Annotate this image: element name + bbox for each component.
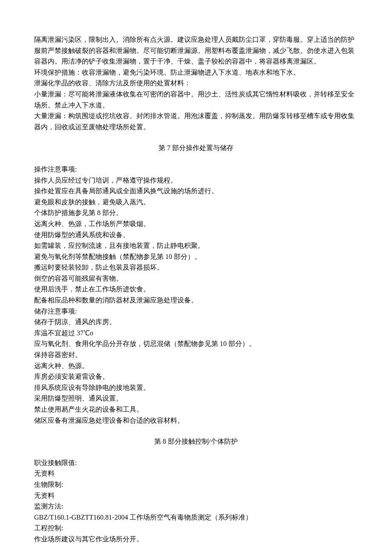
- s7-line: 保持容器密封。: [34, 349, 358, 360]
- s7-line: 排风系统应设有导除静电的接地装置。: [34, 382, 358, 393]
- intro-para-3: 泄漏化学品的收容、清除方法及所使用的处置材料：: [34, 78, 358, 89]
- section-7-title: 第 7 部分操作处置与储存: [34, 142, 358, 154]
- s7-line: 搬运时要轻装轻卸，防止包装及容器损坏。: [34, 262, 358, 273]
- s7-line: 操作人员应经过专门培训，严格遵守操作规程。: [34, 175, 358, 186]
- s7-line: 采用防爆型照明、通风设置。: [34, 393, 358, 404]
- s8-line: 职业接触限值:: [34, 457, 358, 468]
- s7-line: 库温不宜超过 37℃o: [34, 328, 358, 339]
- s7-line: 应与氧化剂、食用化学品分开存放，切忌混储（禁配物参见第 10 部分）。: [34, 338, 358, 349]
- s8-line: GBZ/T160.1-GBZTT160.81-2004 工作场所空气有毒物质测定…: [34, 512, 358, 523]
- s7-line: 配备相应品种和数量的消防器材及泄漏应急处理设备。: [34, 295, 358, 306]
- s8-line: 监测方法:: [34, 501, 358, 512]
- s8-line: 无资料: [34, 490, 358, 501]
- s7-line: 远离火种、热源。: [34, 360, 358, 372]
- s7-line: 库房必须安装避雷设备。: [34, 371, 358, 382]
- intro-para-5: 大量泄漏：构筑围堤或挖坑收容。封闭排水管道。用泡沫覆盖，抑制蒸发。用防爆泵转移至…: [34, 110, 358, 132]
- s7-line: 倒空的容器可能残留有害物。: [34, 273, 358, 284]
- s8-line: 生物限制:: [34, 479, 358, 490]
- s7-line: 如需罐装，应控制流速，且有接地装置，防止静电积聚。: [34, 240, 358, 251]
- s7-line: 储存注意事项:: [34, 306, 358, 317]
- s7-line: 避免眼和皮肤的接触，避免吸入蒸汽。: [34, 197, 358, 208]
- intro-para-2: 环境保护措施：收容泄漏物，避免污染环境。防止泄漏物进入下水道、地表水和地下水。: [34, 67, 358, 78]
- s7-line: 禁止使用易产生火花的设备和工具。: [34, 404, 358, 415]
- s8-line: 无资料: [34, 468, 358, 479]
- s7-line: 使用后洗手，禁止在工作场所进饮食。: [34, 284, 358, 295]
- s7-line: 操作处置应在具备局部通风或全面通风换气设施的场所进行。: [34, 186, 358, 197]
- s7-line: 避免与氧化剂等禁配物接触（禁配物参见第 10 部分）。: [34, 251, 358, 262]
- section-8-title: 第 8 部分接触控制/个体防护: [34, 436, 358, 447]
- s7-line: 储存于阴凉、通风的库房。: [34, 317, 358, 328]
- s7-line: 操作注意事项:: [34, 164, 358, 175]
- intro-para-1: 隔离泄漏污染区，限制出入。消除所有点火源。建议应急处理人员戴防尘口罩，穿防毒服。…: [34, 34, 358, 67]
- s7-line: 个体防护措施参见第 8 部分。: [34, 207, 358, 218]
- s7-line: 使用防爆型的通风系统和设备。: [34, 230, 358, 241]
- s7-line: 储区应备有泄漏应急处理设备和合适的收容材料。: [34, 415, 358, 426]
- s8-line: 工程控制:: [34, 523, 358, 534]
- intro-para-4: 小量泄漏：尽可能将泄漏液体收集在可密闭的容器中。用沙土、活性炭或其它惰性材料吸收…: [34, 89, 358, 110]
- s8-line: 作业场所建议与其它作业场所分开。: [34, 534, 358, 545]
- s7-line: 远离火种、热源，工作场所严禁吸烟。: [34, 218, 358, 230]
